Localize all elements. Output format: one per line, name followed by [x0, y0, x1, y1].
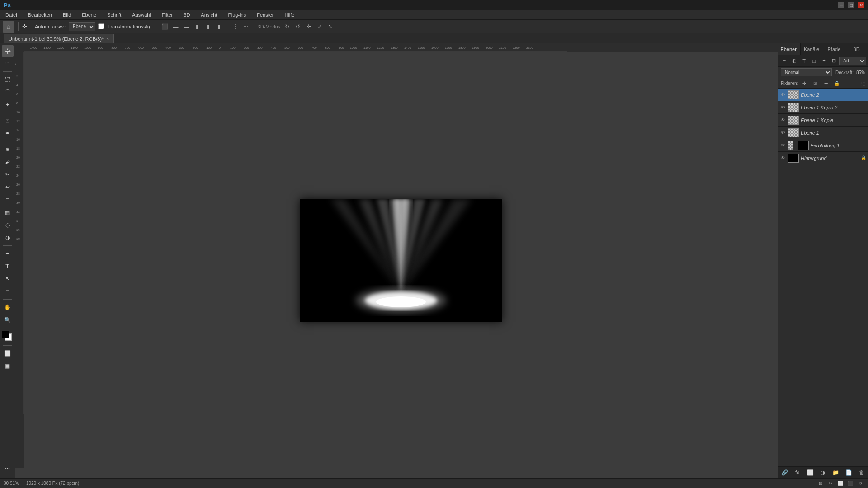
close-button[interactable]: ✕	[858, 2, 864, 8]
layers-filter-type[interactable]: T	[800, 57, 809, 65]
shape-tool[interactable]: □	[2, 286, 14, 297]
layer-select[interactable]: Ebene	[69, 22, 95, 31]
link-layers-button[interactable]: 🔗	[780, 469, 788, 477]
layer-eye-ebene1[interactable]: 👁	[780, 130, 786, 136]
layer-eye-ebene2[interactable]: 👁	[780, 92, 786, 98]
dist-horiz[interactable]: ⋯	[242, 23, 250, 31]
art-select[interactable]: Art	[839, 57, 866, 65]
menu-filter[interactable]: Filter	[160, 11, 175, 19]
align-left[interactable]: ▮	[193, 23, 202, 31]
fill-adjustment-button[interactable]: ◑	[819, 469, 827, 477]
zoom-tool[interactable]: 🔍	[2, 314, 14, 326]
layer-eye-ebene1kopie[interactable]: 👁	[780, 117, 786, 123]
pen-tool[interactable]: ✒	[2, 248, 14, 259]
extra-tools[interactable]: •••	[2, 463, 14, 474]
layer-eye-farb[interactable]: 👁	[780, 142, 786, 149]
blur-tool[interactable]: ◌	[2, 219, 14, 231]
delete-layer-button[interactable]: 🗑	[858, 469, 866, 477]
crop-tool[interactable]: ⊡	[2, 115, 14, 127]
menu-plugins[interactable]: Plug-ins	[226, 11, 248, 19]
status-btn-4[interactable]: ⬛	[846, 479, 854, 488]
magic-wand-tool[interactable]: ✦	[2, 99, 14, 111]
menu-3d[interactable]: 3D	[182, 11, 192, 19]
menu-bild[interactable]: Bild	[61, 11, 73, 19]
tab-kanaele[interactable]: Kanäle	[801, 43, 823, 55]
dodge-tool[interactable]: ◑	[2, 232, 14, 244]
layers-filter-smart[interactable]: ✦	[820, 57, 829, 65]
layer-ebene1[interactable]: 👁 Ebene 1	[778, 127, 868, 139]
layer-ebene1kopie[interactable]: 👁 Ebene 1 Kopie	[778, 114, 868, 127]
status-btn-2[interactable]: ✂	[826, 479, 835, 488]
tab-3d[interactable]: 3D	[845, 43, 868, 55]
fix-pixel[interactable]: ⊡	[811, 79, 820, 87]
group-layers-button[interactable]: 📁	[832, 469, 840, 477]
type-tool[interactable]: T	[2, 260, 14, 272]
menu-datei[interactable]: Datei	[4, 11, 19, 19]
fix-all[interactable]: 🔒	[832, 79, 841, 87]
dist-vert[interactable]: ⋮	[231, 23, 239, 31]
3d-slide[interactable]: ⤢	[316, 23, 324, 31]
layer-effects-button[interactable]: fx	[793, 469, 802, 477]
left-toolbar: ⬚ ⌒ ✦ ⊡ ✒ ⊕ 🖌 ✂ ↩ ◻ ▦ ◌ ◑ ✒ T ↖ □ ✋ 🔍 ⬜	[0, 43, 15, 478]
align-top[interactable]: ⬛	[161, 23, 169, 31]
status-btn-1[interactable]: ⊞	[816, 479, 825, 488]
eyedropper-tool[interactable]: ✒	[2, 127, 14, 139]
layers-filter-adj[interactable]: ◐	[790, 57, 799, 65]
menu-fenster[interactable]: Fenster	[255, 11, 275, 19]
marquee-tool[interactable]	[2, 74, 14, 85]
layer-mask-button[interactable]: ⬜	[806, 469, 814, 477]
layer-hintergrund[interactable]: 👁 Hintergrund 🔒	[778, 152, 868, 164]
quick-mask-tool[interactable]: ⬜	[2, 347, 14, 359]
color-swatches[interactable]	[2, 331, 14, 343]
hand-tool[interactable]: ✋	[2, 301, 14, 313]
fix-move[interactable]: ✛	[821, 79, 830, 87]
layers-filter-kind[interactable]: ≡	[780, 57, 789, 65]
clone-stamp-tool[interactable]: ✂	[2, 169, 14, 180]
screen-mode-button[interactable]: ▣	[2, 360, 14, 372]
tab-close-button[interactable]: ×	[106, 36, 109, 41]
menu-ansicht[interactable]: Ansicht	[199, 11, 219, 19]
layer-eye-ebene1kopie2[interactable]: 👁	[780, 104, 786, 111]
align-right[interactable]: ▮	[215, 23, 223, 31]
align-vcenter[interactable]: ▬	[172, 23, 180, 31]
fix-position[interactable]: ✢	[800, 79, 809, 87]
status-btn-5[interactable]: ↺	[856, 479, 864, 488]
path-select-tool[interactable]: ↖	[2, 273, 14, 285]
tab-ebenen[interactable]: Ebenen	[778, 43, 801, 55]
menu-hilfe[interactable]: Hilfe	[283, 11, 296, 19]
history-brush-tool[interactable]: ↩	[2, 181, 14, 193]
maximize-button[interactable]: □	[848, 2, 854, 8]
layer-farb[interactable]: 👁 Farbfüllung 1	[778, 139, 868, 152]
layer-ebene1kopie2[interactable]: 👁 Ebene 1 Kopie 2	[778, 101, 868, 114]
layers-filter-pixel[interactable]: ⊞	[829, 57, 838, 65]
healing-brush-tool[interactable]: ⊕	[2, 143, 14, 155]
lasso-tool[interactable]: ⌒	[2, 86, 14, 98]
menu-ebene[interactable]: Ebene	[80, 11, 98, 19]
3d-pan[interactable]: ✛	[305, 23, 313, 31]
home-button[interactable]: ⌂	[3, 21, 14, 33]
align-hcenter[interactable]: ▮	[204, 23, 212, 31]
foreground-color-swatch[interactable]	[2, 331, 9, 338]
brush-tool[interactable]: 🖌	[2, 156, 14, 168]
artboard-tool[interactable]: ⬚	[2, 58, 14, 70]
blend-mode-select[interactable]: Normal	[781, 68, 832, 76]
document-tab[interactable]: Unbenannt-1 bei 30,9% (Ebene 2, RGB/8)* …	[4, 34, 114, 43]
new-layer-button[interactable]: 📄	[844, 469, 853, 477]
transform-checkbox[interactable]	[98, 23, 104, 29]
eraser-tool[interactable]: ◻	[2, 194, 14, 206]
align-bottom[interactable]: ▬	[183, 23, 191, 31]
layer-eye-hintergrund[interactable]: 👁	[780, 155, 786, 161]
move-tool[interactable]	[2, 45, 14, 57]
menu-schrift[interactable]: Schrift	[105, 11, 123, 19]
gradient-tool[interactable]: ▦	[2, 206, 14, 218]
3d-scale[interactable]: ⤡	[326, 23, 335, 31]
menu-auswahl[interactable]: Auswahl	[130, 11, 153, 19]
layer-ebene2[interactable]: 👁 Ebene 2	[778, 89, 868, 101]
3d-rotate[interactable]: ↻	[283, 23, 291, 31]
tab-pfade[interactable]: Pfade	[823, 43, 846, 55]
menu-bearbeiten[interactable]: Bearbeiten	[26, 11, 54, 19]
layers-filter-shape[interactable]: □	[810, 57, 819, 65]
status-btn-3[interactable]: ⬜	[836, 479, 844, 488]
minimize-button[interactable]: ─	[838, 2, 844, 8]
3d-roll[interactable]: ↺	[294, 23, 302, 31]
